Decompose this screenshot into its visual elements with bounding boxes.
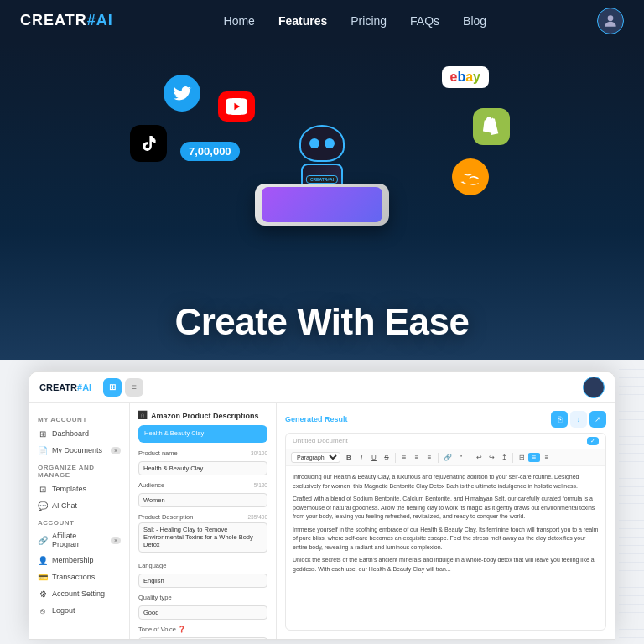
editor-paragraph-3: Immerse yourself in the soothing embrace…	[293, 526, 599, 553]
app-sidebar: My Account ⊞ Dashboard 📄 My Documents × …	[29, 402, 130, 639]
membership-icon: 👤	[38, 555, 48, 565]
sidebar-item-templates[interactable]: ⊡ Templates	[29, 480, 129, 497]
list-ul-button[interactable]: ≡	[528, 453, 540, 462]
form-field-description: Product Description 235/400 Salt - Heali…	[138, 513, 267, 556]
toolbar-divider-1	[395, 453, 396, 463]
download-button[interactable]: ↓	[570, 411, 587, 428]
audience-input[interactable]	[138, 493, 267, 507]
sidebar-label-membership: Membership	[52, 556, 94, 564]
link-button[interactable]: 🔗	[441, 453, 454, 462]
sidebar-label-settings: Account Setting	[52, 589, 105, 598]
app-topbar-icons: ⊞ ≡	[103, 378, 143, 397]
avatar-button[interactable]	[597, 8, 624, 34]
counter-badge: 7,00,000	[180, 142, 240, 161]
sidebar-item-affiliate[interactable]: 🔗 Affiliate Program ×	[29, 528, 129, 552]
form-field-product-name: Product name 30/100	[138, 449, 267, 475]
output-panel-title: Generated Result ⎘ ↓ ↗	[285, 411, 606, 428]
align-center-button[interactable]: ≡	[411, 453, 423, 462]
form-label-tone: Tone of Voice ❓	[138, 626, 267, 633]
form-field-audience: Audience 5/120	[138, 481, 267, 507]
editor-doc-title: Untitled Document ✓	[286, 434, 605, 449]
redo-button[interactable]: ↪	[486, 453, 497, 462]
sidebar-label-dashboard: Dashboard	[52, 429, 89, 438]
sidebar-item-documents[interactable]: 📄 My Documents ×	[29, 442, 129, 459]
sidebar-item-aichat[interactable]: 💬 AI Chat	[29, 497, 129, 514]
form-label-description: Product Description 235/400	[138, 513, 267, 521]
robot-eye-right	[325, 138, 335, 148]
italic-button[interactable]: I	[356, 453, 367, 462]
share-button[interactable]: ↗	[589, 411, 606, 428]
strikethrough-button[interactable]: S	[381, 453, 392, 462]
product-name-input[interactable]	[138, 461, 267, 475]
underline-button[interactable]: U	[368, 453, 380, 462]
app-logo: CREATR#AI	[39, 382, 91, 392]
settings-icon: ⚙	[38, 589, 48, 599]
toolbar-divider-3	[470, 453, 470, 463]
copy-button[interactable]: ⎘	[551, 411, 568, 428]
ebay-icon: ebay	[442, 66, 490, 88]
hero-icons-area: 7,00,000 CREATR#AI	[0, 41, 644, 259]
sidebar-label-documents: My Documents	[52, 446, 102, 454]
amazon-icon	[452, 158, 489, 195]
affiliate-icon: 🔗	[38, 535, 48, 545]
output-panel: Generated Result ⎘ ↓ ↗ Untitled Document…	[277, 402, 615, 639]
dashboard-icon: ⊞	[38, 428, 48, 439]
product-description-input[interactable]: Salt - Healing Clay to Remove Environmen…	[138, 522, 267, 553]
logout-icon: ⎋	[38, 605, 48, 615]
amazon-form-icon: 🅰	[138, 411, 147, 420]
quality-select[interactable]: Good	[138, 605, 267, 620]
app-window: CREATR#AI ⊞ ≡ My Account ⊞ Dashboard 📄 M…	[29, 371, 615, 640]
form-field-language: Language English	[138, 562, 267, 588]
tone-select[interactable]	[138, 637, 267, 640]
navbar-links: Home Features Pricing FAQs Blog	[224, 14, 487, 28]
sidebar-section-account: Account	[29, 514, 129, 528]
align-right-button[interactable]: ≡	[423, 453, 435, 462]
toolbar-divider-4	[512, 453, 513, 463]
topbar-icon-2[interactable]: ≡	[125, 378, 143, 397]
sidebar-label-transactions: Transactions	[52, 573, 95, 581]
sidebar-item-dashboard[interactable]: ⊞ Dashboard	[29, 425, 129, 442]
bold-button[interactable]: B	[343, 453, 355, 462]
nav-link-faqs[interactable]: FAQs	[410, 14, 439, 28]
nav-link-pricing[interactable]: Pricing	[351, 14, 387, 28]
format-clear-button[interactable]: ↥	[498, 453, 510, 462]
sidebar-item-logout[interactable]: ⎋ Logout	[29, 602, 129, 619]
documents-badge: ×	[111, 447, 121, 454]
tiktok-icon	[130, 125, 167, 162]
table-button[interactable]: ⊞	[516, 453, 527, 462]
sidebar-item-transactions[interactable]: 💳 Transactions	[29, 569, 129, 585]
hero-headline: Create With Ease	[0, 301, 644, 343]
robot-eye-left	[309, 138, 319, 148]
sidebar-label-aichat: AI Chat	[52, 501, 77, 510]
list-ol-button[interactable]: ≡	[541, 453, 553, 462]
editor-toolbar: Paragraph B I U S ≡ ≡ ≡ 🔗 "	[286, 449, 605, 466]
form-panel-title: 🅰 Amazon Product Descriptions	[138, 411, 267, 420]
app-body: My Account ⊞ Dashboard 📄 My Documents × …	[29, 402, 615, 639]
twitter-icon	[164, 75, 200, 112]
robot-brand-badge: CREATR#AI	[306, 175, 338, 184]
quote-button[interactable]: "	[455, 453, 467, 462]
nav-link-home[interactable]: Home	[224, 14, 255, 28]
topbar-icon-1[interactable]: ⊞	[103, 378, 122, 397]
align-left-button[interactable]: ≡	[398, 453, 410, 462]
nav-link-features[interactable]: Features	[278, 14, 327, 28]
undo-button[interactable]: ↩	[473, 453, 485, 462]
editor-paragraph-1: Introducing our Health & Beauty Clay, a …	[293, 473, 599, 491]
robot-illustration: CREATR#AI	[238, 66, 406, 234]
sidebar-label-logout: Logout	[52, 606, 75, 615]
format-select[interactable]: Paragraph	[291, 452, 340, 463]
sidebar-item-membership[interactable]: 👤 Membership	[29, 552, 129, 569]
navbar: CREATR#AI Home Features Pricing FAQs Blo…	[0, 0, 644, 41]
robot-body: CREATR#AI	[293, 125, 351, 192]
editor-content: Introducing our Health & Beauty Clay, a …	[286, 466, 605, 630]
sidebar-item-settings[interactable]: ⚙ Account Setting	[29, 585, 129, 602]
documents-icon: 📄	[38, 445, 48, 455]
nav-link-blog[interactable]: Blog	[463, 14, 486, 28]
sidebar-label-templates: Templates	[52, 485, 86, 493]
language-select[interactable]: English	[138, 574, 267, 588]
svg-point-0	[608, 15, 614, 21]
app-preview-section: CREATR#AI ⊞ ≡ My Account ⊞ Dashboard 📄 M…	[0, 360, 644, 644]
form-label-product-name: Product name 30/100	[138, 449, 267, 457]
topbar-avatar[interactable]	[583, 377, 605, 398]
form-field-quality: Quality type Good	[138, 594, 267, 620]
